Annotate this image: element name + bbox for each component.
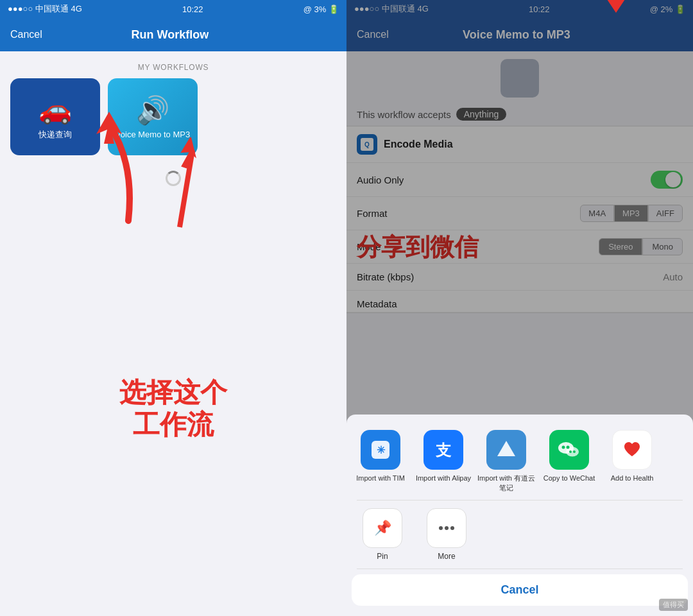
left-carrier: ●●●○○ 中国联通 4G: [8, 3, 82, 15]
pin-label: Pin: [377, 552, 388, 561]
svg-text:✳: ✳: [377, 445, 386, 456]
share-actions-row: 📌 Pin More: [346, 501, 693, 569]
wechat-red-arrow: [565, 0, 642, 15]
red-arrow-up: [154, 137, 205, 243]
share-cancel-button[interactable]: Cancel: [352, 574, 688, 606]
svg-text:支: 支: [435, 442, 452, 459]
right-panel: ●●●○○ 中国联通 4G 10:22 @ 2% 🔋 Cancel Voice …: [346, 0, 693, 616]
svg-point-18: [450, 526, 454, 530]
svg-point-12: [567, 446, 570, 449]
share-app-alipay[interactable]: 支 Import with Alipay: [415, 430, 472, 483]
svg-marker-4: [603, 0, 629, 13]
svg-point-16: [439, 526, 443, 530]
left-panel: ●●●○○ 中国联通 4G 10:22 @ 3% 🔋 Cancel Run Wo…: [0, 0, 346, 616]
alipay-icon: 支: [424, 430, 463, 470]
section-label: MY WORKFLOWS: [0, 51, 346, 78]
svg-point-11: [562, 446, 565, 449]
kuaidi-icon: 🚗: [38, 94, 72, 125]
alipay-label: Import with Alipay: [416, 474, 471, 483]
watermark: 值得买: [659, 599, 688, 611]
svg-point-13: [569, 450, 572, 453]
youdao-label: Import with 有道云笔记: [477, 474, 535, 492]
more-icon: [427, 508, 466, 548]
health-icon: [612, 430, 652, 470]
wechat-label: Copy to WeChat: [543, 474, 595, 483]
annotation-area: 选择这个 工作流: [0, 201, 346, 616]
left-battery: @ 3% 🔋: [304, 4, 339, 14]
svg-marker-8: [497, 441, 515, 456]
share-action-pin[interactable]: 📌 Pin: [357, 508, 408, 561]
annotation-arrow: [77, 112, 141, 230]
svg-point-14: [573, 450, 576, 453]
share-app-youdao[interactable]: Import with 有道云笔记: [477, 430, 535, 492]
share-sheet: ✳ Import with TIM 支 Import with Alipay: [346, 415, 693, 616]
youdao-icon: [486, 430, 526, 470]
share-app-health[interactable]: Add to Health: [603, 430, 661, 483]
share-overlay: ✳ Import with TIM 支 Import with Alipay: [346, 0, 693, 616]
health-label: Add to Health: [611, 474, 654, 483]
share-app-tim[interactable]: ✳ Import with TIM: [352, 430, 409, 483]
share-app-wechat[interactable]: Copy to WeChat: [540, 430, 598, 483]
left-time: 10:22: [182, 4, 203, 14]
tim-label: Import with TIM: [356, 474, 405, 483]
kuaidi-label: 快递查询: [38, 129, 72, 141]
annotation-text: 选择这个 工作流: [119, 377, 227, 441]
left-nav-title: Run Workflow: [132, 28, 209, 42]
left-nav-bar: Cancel Run Workflow: [0, 18, 346, 51]
tim-icon: ✳: [361, 430, 400, 470]
left-cancel-button[interactable]: Cancel: [10, 29, 42, 40]
pin-icon: 📌: [363, 508, 402, 548]
svg-point-17: [445, 526, 449, 530]
svg-text:📌: 📌: [374, 519, 392, 536]
more-label: More: [438, 552, 455, 561]
left-status-bar: ●●●○○ 中国联通 4G 10:22 @ 3% 🔋: [0, 0, 346, 18]
wechat-icon: [549, 430, 589, 470]
share-apps-row: ✳ Import with TIM 支 Import with Alipay: [346, 425, 693, 500]
share-divider-2: [357, 569, 683, 569]
share-action-more[interactable]: More: [421, 508, 472, 561]
